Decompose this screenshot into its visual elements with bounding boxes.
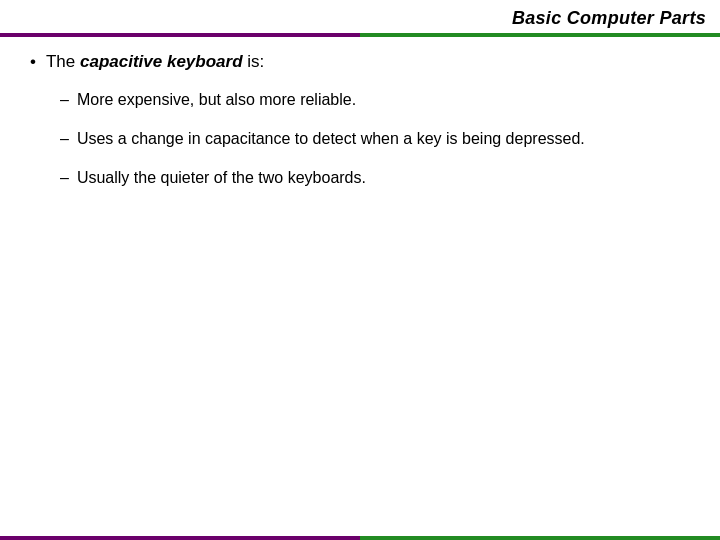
slide-title: Basic Computer Parts [512, 8, 706, 29]
slide-content: • The capacitive keyboard is: – More exp… [30, 50, 690, 520]
top-divider-line [0, 33, 720, 37]
sub-dash-2: – [60, 127, 69, 150]
sub-text-3: Usually the quieter of the two keyboards… [77, 166, 366, 189]
sub-bullet-1: – More expensive, but also more reliable… [60, 88, 690, 111]
sub-text-2: Uses a change in capacitance to detect w… [77, 127, 585, 150]
sub-dash-1: – [60, 88, 69, 111]
bottom-divider-line [0, 536, 720, 540]
sub-text-1: More expensive, but also more reliable. [77, 88, 356, 111]
italic-keyword: capacitive keyboard [80, 52, 243, 71]
slide-container: Basic Computer Parts • The capacitive ke… [0, 0, 720, 540]
bullet-dot: • [30, 50, 36, 74]
sub-bullet-2: – Uses a change in capacitance to detect… [60, 127, 690, 150]
sub-bullets-list: – More expensive, but also more reliable… [60, 88, 690, 190]
sub-bullet-3: – Usually the quieter of the two keyboar… [60, 166, 690, 189]
top-bar: Basic Computer Parts [0, 0, 720, 36]
main-bullet-item: • The capacitive keyboard is: – More exp… [30, 50, 690, 189]
main-bullet: • The capacitive keyboard is: [30, 50, 690, 74]
main-bullet-text: The capacitive keyboard is: [46, 50, 264, 74]
sub-dash-3: – [60, 166, 69, 189]
